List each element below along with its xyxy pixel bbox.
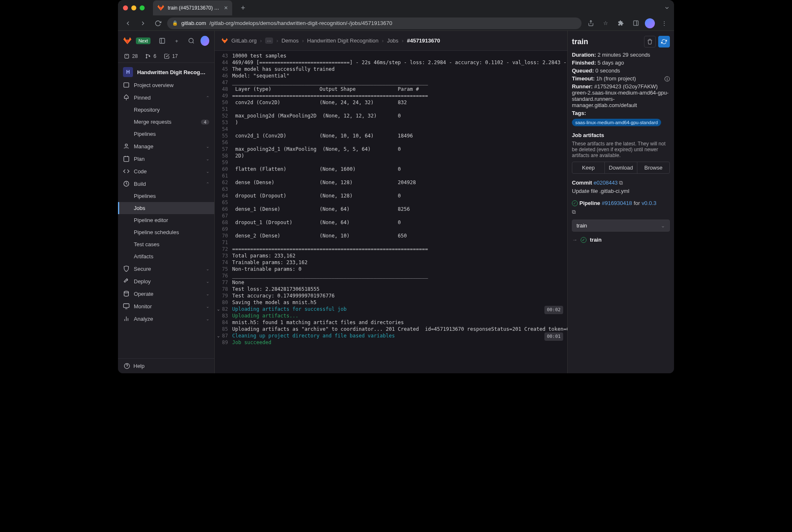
sidebar-item-pinned[interactable]: Pinned⌃ [118,91,214,104]
line-content: Uploading artifacts as "archive" to coor… [232,326,567,332]
log-line: 72======================================… [215,246,567,252]
breadcrumb-section[interactable]: Jobs [387,37,398,44]
forward-button[interactable] [137,17,149,29]
side-panel-button[interactable] [630,17,642,29]
line-content: dense_2 (Dense) (None, 10) 650 [232,232,407,239]
line-content: 2D) [232,152,244,159]
address-bar[interactable]: 🔒 gitlab.com/gitlab-org/modelops/demos/h… [167,17,581,29]
gitlab-logo-icon[interactable] [123,36,132,46]
sidebar-item-pipeline-editor[interactable]: Pipeline editor [118,214,214,226]
back-button[interactable] [122,17,134,29]
line-number: 50 [215,99,232,106]
profile-avatar[interactable] [645,18,655,28]
line-content: mnist.h5: found 1 matching artifact file… [232,319,404,326]
todos-stat[interactable]: 17 [164,53,178,59]
queued-row: Queued: 0 seconds [572,67,670,74]
gitlab-icon [157,3,164,13]
log-line: 47______________________________________… [215,79,567,86]
project-name[interactable]: Handwritten Digit Recog… [137,69,206,75]
bookmark-button[interactable]: ☆ [600,17,612,29]
browser-menu-button[interactable]: ⋮ [658,17,670,29]
line-content: conv2d (Conv2D) (None, 24, 24, 32) 832 [232,99,407,106]
new-tab-button[interactable]: + [237,2,249,14]
download-button[interactable]: Download [604,162,637,173]
sidebar-item-pipeline-schedules[interactable]: Pipeline schedules [118,226,214,238]
retry-button[interactable] [658,36,670,47]
sidebar-item-monitor[interactable]: Monitor⌄ [118,300,214,312]
user-avatar[interactable] [201,36,209,46]
maximize-window-icon[interactable] [140,5,145,10]
copy-pipeline-icon[interactable]: ⧉ [572,209,670,215]
window-controls[interactable] [123,5,145,10]
reload-button[interactable] [152,17,164,29]
search-icon[interactable] [186,35,196,47]
chevron-down-icon: ⌄ [206,169,209,174]
sidebar-item-operate[interactable]: Operate⌄ [118,287,214,300]
sidebar-item-manage[interactable]: Manage⌄ [118,140,214,152]
minimize-window-icon[interactable] [131,5,136,10]
sidebar-item-jobs[interactable]: Jobs [118,202,214,214]
svg-point-9 [146,54,147,55]
line-number: 69 [215,226,232,232]
close-tab-icon[interactable]: ✕ [224,5,228,11]
pipeline-id-link[interactable]: #916930418 [602,200,632,206]
collapse-section-icon[interactable]: ⌄ [217,332,220,339]
sidebar-item-overview[interactable]: Project overview [118,79,214,91]
line-number: 65 [215,199,232,206]
share-button[interactable] [585,17,597,29]
log-line: 62 dense (Dense) (None, 128) 204928 [215,179,567,186]
sidebar-item-repository[interactable]: Repository [118,104,214,116]
log-line: 60 flatten (Flatten) (None, 1600) 0 [215,166,567,172]
timeout-help-icon[interactable]: ⓘ [664,75,670,83]
line-number: 61 [215,172,232,179]
sidebar-item-deploy[interactable]: Deploy⌄ [118,275,214,287]
keep-button[interactable]: Keep [572,162,604,173]
stage-job[interactable]: → ✓ train [572,237,670,243]
commit-sha-link[interactable]: e0208443 [594,180,618,186]
sidebar-item-plan[interactable]: Plan⌄ [118,152,214,165]
sidebar-item-build-pipelines[interactable]: Pipelines [118,190,214,202]
svg-line-20 [126,184,128,184]
chevron-down-icon: ⌄ [206,157,209,161]
copy-sha-icon[interactable]: ⧉ [619,180,623,186]
breadcrumb-more[interactable]: ··· [265,37,273,44]
sidebar-item-code[interactable]: Code⌄ [118,165,214,177]
runner-row: Runner: #17529423 (G2oy7FAKW) green-2.sa… [572,83,670,108]
sidebar-toggle-icon[interactable] [157,35,168,47]
sidebar-item-merge-requests[interactable]: Merge requests4 [118,116,214,128]
browser-tab[interactable]: train (#4571913670) · Jobs · G… ✕ [153,0,232,15]
extensions-button[interactable] [615,17,627,29]
collapse-section-icon[interactable]: ⌄ [217,306,220,312]
new-button[interactable]: + [171,35,182,47]
stage-select[interactable]: train ⌄ [572,220,670,232]
breadcrumb-group[interactable]: Demos [281,37,298,44]
line-number: 78 [215,286,232,292]
help-link[interactable]: Help [118,358,214,373]
delete-button[interactable] [644,36,656,47]
manage-icon [123,143,130,150]
breadcrumb-job-id[interactable]: #4571913670 [407,37,440,44]
sidebar-item-analyze[interactable]: Analyze⌄ [118,312,214,325]
sidebar-item-secure[interactable]: Secure⌄ [118,262,214,275]
job-log[interactable]: 4310000 test samples44469/469 [=========… [215,51,567,373]
breadcrumb-project[interactable]: Handwritten Digit Recognition [307,37,378,44]
line-number: 44 [215,59,232,66]
sidebar-item-build[interactable]: Build⌃ [118,177,214,190]
merges-stat[interactable]: 6 [145,53,156,59]
browse-button[interactable]: Browse [637,162,669,173]
line-number: 45 [215,66,232,72]
chevron-up-icon: ⌃ [206,182,209,186]
job-status-icon: ✓ [581,237,586,243]
tab-overflow-icon[interactable] [664,5,670,11]
line-number: 55 [215,132,232,139]
issues-stat[interactable]: 28 [124,53,138,59]
line-content: Job succeeded [232,339,271,346]
pipeline-ref-link[interactable]: v0.0.3 [642,200,656,206]
finished-row: Finished: 5 days ago [572,60,670,66]
sidebar-item-test-cases[interactable]: Test cases [118,238,214,250]
sidebar-item-pipelines[interactable]: Pipelines [118,128,214,140]
close-window-icon[interactable] [123,5,128,10]
line-number: 77 [215,279,232,286]
sidebar-item-artifacts[interactable]: Artifacts [118,250,214,262]
breadcrumb-org[interactable]: GitLab.org [231,37,257,44]
